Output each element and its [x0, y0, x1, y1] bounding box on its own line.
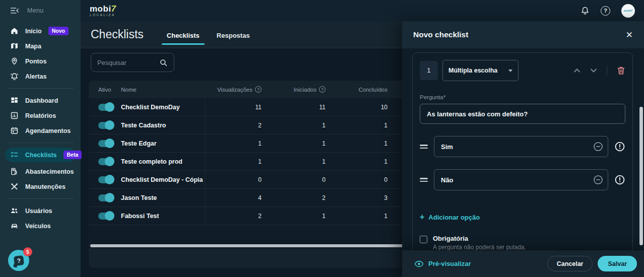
vertical-scrollbar[interactable] — [639, 107, 643, 245]
checklist-name: Teste Edgar — [121, 140, 157, 147]
tab-bar: Checklists Respostas — [162, 32, 262, 48]
views-value: 4 — [205, 194, 263, 201]
panel-header: Novo checklist ✕ — [402, 21, 644, 48]
sidebar-divider — [7, 88, 74, 89]
sidebar-item-alertas[interactable]: Alertas — [0, 69, 81, 84]
menu-label: Menu — [27, 7, 43, 14]
car-icon — [10, 222, 19, 230]
alert-circle-icon[interactable] — [614, 141, 625, 152]
search-input[interactable] — [97, 59, 153, 66]
active-toggle[interactable] — [98, 104, 113, 111]
sidebar-item-veiculos[interactable]: Veículos — [0, 219, 81, 233]
option-row — [420, 169, 625, 190]
tab-respostas[interactable]: Respostas — [212, 32, 255, 48]
move-down-icon[interactable] — [590, 68, 597, 73]
sidebar-item-label: Mapa — [25, 43, 41, 50]
views-value: 2 — [205, 213, 263, 220]
checklist-name: Checklist DemoDay — [121, 104, 180, 111]
started-value: 1 — [263, 213, 327, 220]
remove-option-icon[interactable] — [593, 142, 603, 152]
checklist-name: Jason Teste — [121, 194, 157, 201]
remove-option-icon[interactable] — [593, 175, 603, 185]
fuel-pump-icon — [10, 167, 19, 176]
sidebar-item-dashboard[interactable]: Dashboard — [0, 93, 81, 108]
preview-button[interactable]: Pré-visualizar — [414, 260, 471, 267]
users-icon — [10, 206, 19, 215]
views-value: 11 — [205, 104, 263, 111]
views-value: 2 — [205, 122, 263, 129]
close-icon[interactable]: ✕ — [626, 31, 633, 39]
panel-title: Novo checklist — [413, 30, 468, 39]
views-value: 1 — [205, 140, 263, 147]
sidebar-item-abastecimentos[interactable]: Abastecimentos — [0, 164, 81, 179]
question-card: 1 Múltipla escolha Pergunta* — [412, 52, 633, 250]
sidebar-item-agendamentos[interactable]: Agendamentos — [0, 123, 81, 138]
option-input[interactable] — [434, 169, 608, 190]
alarm-icon — [10, 72, 19, 81]
required-checkbox[interactable] — [420, 236, 427, 243]
panel-body: 1 Múltipla escolha Pergunta* — [402, 48, 644, 250]
checklist-icon — [10, 151, 19, 159]
sidebar-item-label: Início — [25, 28, 42, 35]
active-toggle[interactable] — [98, 176, 113, 183]
support-chat-button[interactable]: ? 5 — [8, 250, 29, 271]
sidebar-item-relatorios[interactable]: Relatórios — [0, 108, 81, 123]
save-button[interactable]: Salvar — [598, 256, 637, 271]
sidebar-item-mapa[interactable]: Mapa — [0, 39, 81, 53]
checklist-name: Teste completo prod — [121, 158, 182, 165]
active-toggle[interactable] — [98, 122, 113, 129]
location-pin-icon — [10, 57, 19, 65]
search-icon[interactable] — [159, 58, 168, 67]
novo-badge: Novo — [48, 27, 69, 35]
started-help-icon[interactable]: ? — [319, 86, 326, 93]
sidebar-item-pontos[interactable]: Pontos — [0, 54, 81, 68]
sidebar-item-label: Checklists — [25, 152, 57, 159]
active-toggle[interactable] — [98, 213, 113, 220]
drag-handle-icon[interactable] — [420, 178, 428, 182]
views-value: 1 — [205, 158, 263, 165]
sidebar-item-inicio[interactable]: Início Novo — [0, 24, 81, 38]
topbar: mobi7 Localiza ? mobi7 — [81, 0, 644, 21]
mobi7-logo[interactable]: mobi7 Localiza — [90, 5, 116, 17]
started-value: 11 — [263, 104, 327, 111]
actions-divider — [607, 65, 607, 76]
sidebar-item-checklists[interactable]: Checklists Beta — [5, 148, 76, 162]
add-option-label: Adicionar opção — [428, 214, 480, 221]
started-value: 1 — [263, 122, 327, 129]
logo-seven: 7 — [111, 4, 116, 14]
question-type-select[interactable]: Múltipla escolha — [442, 60, 519, 81]
completed-value: 10 — [327, 104, 389, 111]
active-toggle[interactable] — [98, 194, 113, 201]
required-description: A pergunta não poderá ser pulada. — [433, 244, 526, 250]
beta-badge: Beta — [63, 151, 82, 159]
sidebar-item-usuarios[interactable]: Usuários — [0, 203, 81, 218]
checklist-name: Fabossi Test — [121, 213, 159, 220]
question-type-value: Múltipla escolha — [448, 67, 497, 74]
views-help-icon[interactable]: ? — [255, 86, 262, 93]
sidebar-collapse[interactable]: Menu — [0, 0, 81, 20]
completed-value: 1 — [327, 213, 389, 220]
user-avatar[interactable]: mobi7 — [621, 4, 635, 18]
delete-question-icon[interactable] — [617, 66, 625, 75]
completed-value: 1 — [327, 158, 389, 165]
add-option-button[interactable]: + Adicionar opção — [420, 213, 625, 222]
active-toggle[interactable] — [98, 140, 113, 147]
drag-handle-icon[interactable] — [420, 145, 428, 149]
completed-value: 1 — [327, 122, 389, 129]
sidebar-item-manutencoes[interactable]: Manutenções — [0, 179, 81, 194]
tab-checklists[interactable]: Checklists — [162, 32, 205, 48]
sidebar-item-label: Pontos — [25, 58, 46, 65]
move-up-icon[interactable] — [573, 68, 581, 73]
alert-circle-icon[interactable] — [614, 174, 625, 185]
sidebar-divider — [7, 143, 74, 143]
active-toggle[interactable] — [98, 158, 113, 165]
sidebar-item-label: Manutenções — [25, 183, 66, 190]
help-icon[interactable]: ? — [601, 6, 610, 16]
views-value: 0 — [205, 176, 263, 183]
cancel-button[interactable]: Cancelar — [547, 256, 593, 271]
completed-value: 3 — [327, 194, 389, 201]
notifications-bell-icon[interactable] — [581, 6, 590, 15]
question-input[interactable] — [420, 104, 625, 124]
option-input[interactable] — [434, 136, 608, 157]
chat-question-icon: ? — [14, 255, 24, 266]
